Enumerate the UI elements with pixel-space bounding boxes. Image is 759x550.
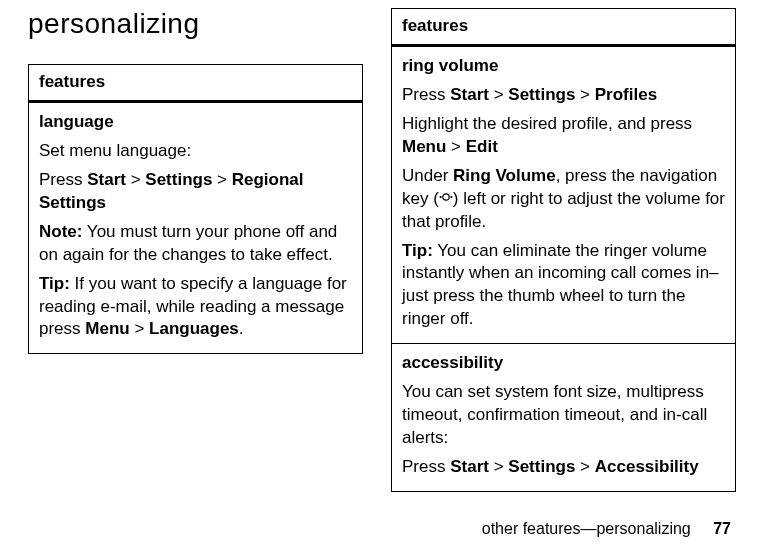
features-header: features (29, 65, 363, 102)
table-header-row: features (29, 65, 363, 102)
table-row: ring volume Press Start > Settings > Pro… (392, 45, 736, 343)
language-cell: language Set menu language: Press Start … (29, 101, 363, 353)
page-number: 77 (713, 520, 731, 537)
language-intro: Set menu language: (39, 140, 352, 163)
sep: > (126, 170, 145, 189)
footer-text: other features—personalizing (482, 520, 691, 537)
features-table-right: features ring volume Press Start > Setti… (391, 8, 736, 492)
sep: > (130, 319, 149, 338)
features-table-left: features language Set menu language: Pre… (28, 64, 363, 354)
start-label: Start (450, 457, 489, 476)
ring-volume-path: Press Start > Settings > Profiles (402, 84, 725, 107)
edit-label: Edit (466, 137, 498, 156)
menu-label: Menu (402, 137, 446, 156)
left-column: personalizing features language Set menu… (28, 8, 363, 354)
sep: > (575, 457, 594, 476)
press-label: Press (402, 457, 450, 476)
languages-label: Languages (149, 319, 239, 338)
accessibility-title: accessibility (402, 352, 725, 375)
accessibility-path: Press Start > Settings > Accessibility (402, 456, 725, 479)
language-title: language (39, 111, 352, 134)
page: personalizing features language Set menu… (0, 0, 759, 550)
sep: > (489, 457, 508, 476)
settings-label: Settings (145, 170, 212, 189)
table-row: accessibility You can set system font si… (392, 344, 736, 492)
table-row: language Set menu language: Press Start … (29, 101, 363, 353)
ring-volume-highlight: Highlight the desired profile, and press… (402, 113, 725, 159)
under-text-a: Under (402, 166, 453, 185)
start-label: Start (87, 170, 126, 189)
press-label: Press (402, 85, 450, 104)
highlight-text: Highlight the desired profile, and press (402, 114, 692, 133)
right-column: features ring volume Press Start > Setti… (391, 8, 736, 492)
ring-volume-title: ring volume (402, 55, 725, 78)
features-header: features (392, 9, 736, 46)
navigation-key-icon (439, 188, 453, 211)
note-text: You must turn your phone off and on agai… (39, 222, 337, 264)
svg-point-0 (443, 193, 449, 199)
sep: > (212, 170, 231, 189)
page-title: personalizing (28, 8, 363, 40)
tip-text-b: . (239, 319, 244, 338)
ring-volume-cell: ring volume Press Start > Settings > Pro… (392, 45, 736, 343)
sep: > (489, 85, 508, 104)
settings-label: Settings (508, 85, 575, 104)
table-header-row: features (392, 9, 736, 46)
press-label: Press (39, 170, 87, 189)
accessibility-cell: accessibility You can set system font si… (392, 344, 736, 492)
sep: > (575, 85, 594, 104)
language-path: Press Start > Settings > Regional Settin… (39, 169, 352, 215)
note-label: Note: (39, 222, 82, 241)
svg-point-1 (439, 196, 441, 198)
sep: > (446, 137, 465, 156)
accessibility-intro: You can set system font size, multipress… (402, 381, 725, 450)
tip-label: Tip: (402, 241, 433, 260)
ring-volume-under: Under Ring Volume, press the navigation … (402, 165, 725, 234)
language-note: Note: You must turn your phone off and o… (39, 221, 352, 267)
tip-label: Tip: (39, 274, 70, 293)
settings-label: Settings (508, 457, 575, 476)
start-label: Start (450, 85, 489, 104)
tip-text: You can eliminate the ringer volume inst… (402, 241, 719, 329)
accessibility-label: Accessibility (595, 457, 699, 476)
ring-volume-label: Ring Volume (453, 166, 556, 185)
ring-volume-tip: Tip: You can eliminate the ringer volume… (402, 240, 725, 332)
menu-label: Menu (85, 319, 129, 338)
profiles-label: Profiles (595, 85, 657, 104)
footer: other features—personalizing 77 (482, 520, 731, 538)
language-tip: Tip: If you want to specify a language f… (39, 273, 352, 342)
